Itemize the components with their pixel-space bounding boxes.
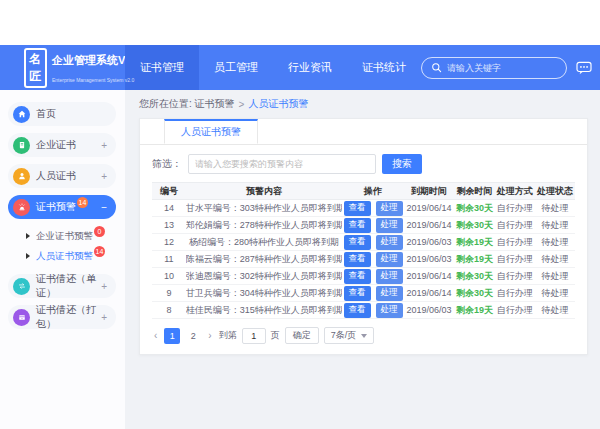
nav-employee-management[interactable]: 员工管理 — [199, 45, 273, 90]
table-header-row: 编号 预警内容 操作 到期时间 剩余时间 处理方式 处理状态 — [152, 183, 575, 200]
content-card: 人员证书预警 筛选： 搜索 编号 预警内容 — [139, 118, 588, 355]
message-icon[interactable] — [576, 61, 592, 75]
alarm-icon — [13, 199, 30, 216]
view-button[interactable]: 查看 — [344, 235, 371, 250]
confirm-page-button[interactable]: 确定 — [285, 327, 319, 344]
sidebar-item-label: 企业证书 — [36, 138, 76, 152]
arrow-right-icon — [26, 253, 30, 259]
col-remaining: 剩余时间 — [454, 183, 494, 200]
sidebar-item-home[interactable]: 首页 — [8, 102, 116, 126]
expand-plus-icon[interactable]: + — [101, 312, 107, 323]
cell-method: 自行办理 — [495, 285, 535, 302]
sidebar-item-label: 证书借还（打包） — [36, 303, 101, 331]
cell-content: 桂佳民编号：315特种作业人员即将到期 — [186, 302, 343, 319]
nav-industry-news[interactable]: 行业资讯 — [273, 45, 347, 90]
cell-remaining: 剩余30天 — [454, 217, 494, 234]
caret-down-icon — [361, 334, 367, 338]
cell-due-date: 2019/06/14 — [404, 217, 455, 234]
collapse-minus-icon[interactable]: − — [101, 202, 107, 213]
app-logo: 名匠 企业管理系统V2.0 Enterprise Management Syst… — [0, 45, 125, 90]
sidebar-item-cert-loan-single[interactable]: 证书借还（单证） + — [8, 274, 116, 298]
cell-method: 自行办理 — [495, 268, 535, 285]
prev-page-icon[interactable]: ‹ — [152, 330, 159, 341]
corp-certificate-icon — [13, 137, 30, 154]
view-button[interactable]: 查看 — [344, 303, 371, 318]
cell-actions: 查看处理 — [342, 217, 403, 234]
expand-plus-icon[interactable]: + — [101, 281, 107, 292]
sidebar-item-label: 人员证书 — [36, 169, 76, 183]
warning-table: 编号 预警内容 操作 到期时间 剩余时间 处理方式 处理状态 — [152, 182, 575, 319]
breadcrumb-current[interactable]: 人员证书预警 — [248, 97, 308, 111]
cell-status: 待处理 — [535, 234, 575, 251]
search-button[interactable]: 搜索 — [382, 154, 422, 174]
breadcrumb-prefix: 您所在位置: 证书预警 — [139, 97, 235, 111]
sidebar-subitem-corp-warning[interactable]: 企业证书预警0 — [0, 226, 125, 246]
cell-id: 12 — [152, 234, 186, 251]
sidebar-item-certificate-warning[interactable]: 证书预警14 − — [8, 195, 116, 219]
person-warning-badge: 14 — [94, 246, 105, 257]
handle-button[interactable]: 处理 — [376, 286, 403, 301]
table-row: 9 甘卫兵编号：304特种作业人员即将到期 查看处理 2019/06/14 剩余… — [152, 285, 575, 302]
expand-plus-icon[interactable]: + — [101, 171, 107, 182]
subitem-label: 人员证书预警 — [36, 250, 93, 263]
page-size-select[interactable]: 7条/页 — [324, 327, 375, 344]
table-row: 13 郑伦娟编号：278特种作业人员即将到期 查看处理 2019/06/14 剩… — [152, 217, 575, 234]
cell-actions: 查看处理 — [342, 302, 403, 319]
top-nav: 证书管理 员工管理 行业资讯 证书统计 — [125, 45, 421, 90]
cell-due-date: 2019/06/03 — [404, 234, 455, 251]
next-page-icon[interactable]: › — [206, 330, 213, 341]
table-row: 10 张迪恩编号：302特种作业人员即将到期 查看处理 2019/06/14 剩… — [152, 268, 575, 285]
page-size-value: 7条/页 — [331, 329, 357, 342]
cell-content: 张迪恩编号：302特种作业人员即将到期 — [186, 268, 343, 285]
view-button[interactable]: 查看 — [344, 252, 371, 267]
sidebar-item-label: 证书借还（单证） — [36, 272, 101, 300]
warning-count-badge: 14 — [77, 197, 88, 208]
handle-button[interactable]: 处理 — [376, 252, 403, 267]
header-search[interactable] — [421, 57, 567, 79]
view-button[interactable]: 查看 — [344, 218, 371, 233]
handle-button[interactable]: 处理 — [376, 303, 403, 318]
view-button[interactable]: 查看 — [344, 269, 371, 284]
cell-remaining: 剩余19天 — [454, 251, 494, 268]
cell-remaining: 剩余19天 — [454, 302, 494, 319]
col-actions: 操作 — [342, 183, 403, 200]
expand-plus-icon[interactable]: + — [101, 140, 107, 151]
cell-status: 待处理 — [535, 268, 575, 285]
sidebar-item-corp-certificates[interactable]: 企业证书 + — [8, 133, 116, 157]
nav-certificate-stats[interactable]: 证书统计 — [347, 45, 421, 90]
page-1[interactable]: 1 — [164, 328, 180, 344]
sidebar-item-label: 首页 — [36, 107, 56, 121]
header-actions: 管理员 — [421, 45, 600, 90]
cell-actions: 查看处理 — [342, 251, 403, 268]
cell-status: 待处理 — [535, 251, 575, 268]
cell-id: 13 — [152, 217, 186, 234]
handle-button[interactable]: 处理 — [376, 218, 403, 233]
handle-button[interactable]: 处理 — [376, 235, 403, 250]
cell-due-date: 2019/06/14 — [404, 200, 455, 217]
cell-remaining: 剩余19天 — [454, 234, 494, 251]
view-button[interactable]: 查看 — [344, 286, 371, 301]
breadcrumb: 您所在位置: 证书预警 > 人员证书预警 — [139, 96, 588, 112]
cell-method: 自行办理 — [495, 217, 535, 234]
page-2[interactable]: 2 — [185, 328, 201, 344]
tab-person-cert-warning[interactable]: 人员证书预警 — [164, 119, 258, 144]
sidebar-item-cert-loan-package[interactable]: 证书借还（打包） + — [8, 305, 116, 329]
cell-content: 杨绍编号：280特种作业人员即将到期 — [186, 234, 343, 251]
cell-actions: 查看处理 — [342, 200, 403, 217]
col-status: 处理状态 — [535, 183, 575, 200]
sidebar-subitem-person-warning[interactable]: 人员证书预警14 — [0, 246, 125, 266]
handle-button[interactable]: 处理 — [376, 269, 403, 284]
filter-input[interactable] — [188, 154, 376, 174]
view-button[interactable]: 查看 — [344, 201, 371, 216]
sidebar-item-person-certificates[interactable]: 人员证书 + — [8, 164, 116, 188]
nav-certificate-management[interactable]: 证书管理 — [125, 45, 199, 90]
header-search-input[interactable] — [447, 63, 557, 73]
cell-status: 待处理 — [535, 302, 575, 319]
cell-content: 陈福云编号：287特种作业人员即将到期 — [186, 251, 343, 268]
goto-page-input[interactable] — [242, 328, 266, 344]
handle-button[interactable]: 处理 — [376, 201, 403, 216]
sidebar: 首页 企业证书 + 人员证书 + 证书预警14 — [0, 90, 125, 429]
cell-id: 8 — [152, 302, 186, 319]
col-method: 处理方式 — [495, 183, 535, 200]
cell-remaining: 剩余30天 — [454, 200, 494, 217]
